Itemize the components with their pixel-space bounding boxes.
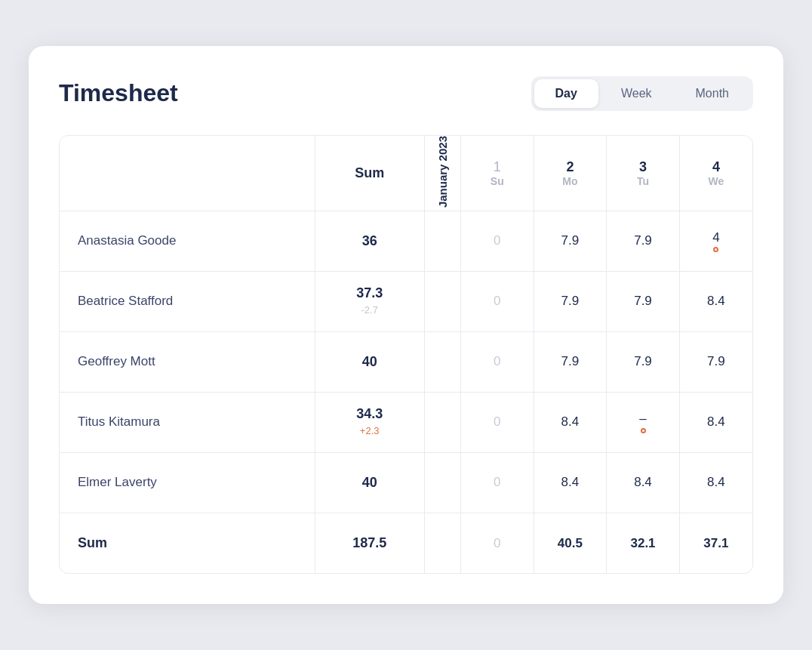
toggle-week[interactable]: Week xyxy=(600,79,673,108)
cell-name-2: Geoffrey Mott xyxy=(60,331,315,392)
cell-day-2-2: 7.9 xyxy=(607,331,680,392)
cell-day-3-2: – xyxy=(607,392,680,452)
sum-value: 34.3 xyxy=(356,406,383,421)
table-row: Anastasia Goode3607.97.94 xyxy=(60,211,752,271)
cell-month-3 xyxy=(424,392,460,452)
cell-day-5-3: 37.1 xyxy=(679,513,752,573)
orange-dot-icon xyxy=(641,428,646,433)
day-name-2: Mo xyxy=(534,175,607,187)
toggle-month[interactable]: Month xyxy=(675,79,750,108)
table-header-row: Sum January 2023 1 Su 2 Mo 3 Tu xyxy=(60,136,752,211)
cell-month-5 xyxy=(424,513,460,573)
cell-day-1-0: 0 xyxy=(460,271,534,331)
day-num-1: 1 xyxy=(461,159,534,175)
cell-day-0-0: 0 xyxy=(460,211,534,271)
cell-day-3-0: 0 xyxy=(460,392,534,452)
cell-name-5: Sum xyxy=(60,513,315,573)
cell-month-2 xyxy=(424,331,460,392)
cell-day-0-2: 7.9 xyxy=(607,211,680,271)
month-label: January 2023 xyxy=(436,136,449,208)
cell-day-1-3: 8.4 xyxy=(679,271,752,331)
header: Timesheet Day Week Month xyxy=(59,76,753,111)
timesheet-table: Sum January 2023 1 Su 2 Mo 3 Tu xyxy=(60,136,752,574)
th-day-1: 1 Su xyxy=(460,136,534,211)
cell-day-5-2: 32.1 xyxy=(607,513,680,573)
cell-day-4-3: 8.4 xyxy=(679,452,752,513)
cell-month-1 xyxy=(424,271,460,331)
cell-name-3: Titus Kitamura xyxy=(60,392,315,452)
toggle-day[interactable]: Day xyxy=(534,79,598,108)
cell-day-1-2: 7.9 xyxy=(607,271,680,331)
orange-dot-icon xyxy=(713,247,718,252)
day-num-4: 4 xyxy=(680,159,752,175)
th-day-3: 3 Tu xyxy=(607,136,680,211)
table-wrapper: Sum January 2023 1 Su 2 Mo 3 Tu xyxy=(59,135,753,575)
cell-name-4: Elmer Laverty xyxy=(60,452,315,513)
cell-month-0 xyxy=(424,211,460,271)
day-num-3: 3 xyxy=(607,159,679,175)
table-row: Titus Kitamura34.3+2.308.4–8.4 xyxy=(60,392,752,452)
th-month: January 2023 xyxy=(424,136,460,211)
day-name-1: Su xyxy=(461,175,534,187)
view-toggle: Day Week Month xyxy=(531,76,753,111)
cell-sum-1: 37.3-2.7 xyxy=(315,271,424,331)
table-row: Sum187.5040.532.137.1 xyxy=(60,513,752,573)
cell-day-3-3: 8.4 xyxy=(679,392,752,452)
cell-month-4 xyxy=(424,452,460,513)
cell-day-5-0: 0 xyxy=(460,513,534,573)
sum-diff: +2.3 xyxy=(360,425,380,436)
day-num-2: 2 xyxy=(534,159,607,175)
cell-sum-0: 36 xyxy=(315,211,424,271)
cell-day-0-1: 7.9 xyxy=(534,211,607,271)
sum-value: 37.3 xyxy=(356,285,383,300)
table-row: Geoffrey Mott4007.97.97.9 xyxy=(60,331,752,392)
cell-day-5-1: 40.5 xyxy=(534,513,607,573)
cell-sum-4: 40 xyxy=(315,452,424,513)
th-day-2: 2 Mo xyxy=(534,136,607,211)
cell-name-1: Beatrice Stafford xyxy=(60,271,315,331)
cell-day-1-1: 7.9 xyxy=(534,271,607,331)
cell-sum-2: 40 xyxy=(315,331,424,392)
table-row: Beatrice Stafford37.3-2.707.97.98.4 xyxy=(60,271,752,331)
th-day-4: 4 We xyxy=(679,136,752,211)
cell-day-3-1: 8.4 xyxy=(534,392,607,452)
cell-day-2-3: 7.9 xyxy=(679,331,752,392)
timesheet-card: Timesheet Day Week Month Sum January 202… xyxy=(29,46,783,605)
sum-diff: -2.7 xyxy=(361,304,377,316)
table-row: Elmer Laverty4008.48.48.4 xyxy=(60,452,752,513)
day-name-4: We xyxy=(680,175,752,187)
day-name-3: Tu xyxy=(607,175,679,187)
cell-day-4-0: 0 xyxy=(460,452,534,513)
cell-sum-5: 187.5 xyxy=(315,513,424,573)
th-sum: Sum xyxy=(315,136,424,211)
cell-day-2-0: 0 xyxy=(460,331,534,392)
cell-day-0-3: 4 xyxy=(679,211,752,271)
cell-name-0: Anastasia Goode xyxy=(60,211,315,271)
page-title: Timesheet xyxy=(59,79,178,107)
cell-day-4-2: 8.4 xyxy=(607,452,680,513)
cell-day-4-1: 8.4 xyxy=(534,452,607,513)
th-name xyxy=(60,136,315,211)
cell-day-2-1: 7.9 xyxy=(534,331,607,392)
cell-sum-3: 34.3+2.3 xyxy=(315,392,424,452)
table-body: Anastasia Goode3607.97.94Beatrice Staffo… xyxy=(60,211,752,573)
